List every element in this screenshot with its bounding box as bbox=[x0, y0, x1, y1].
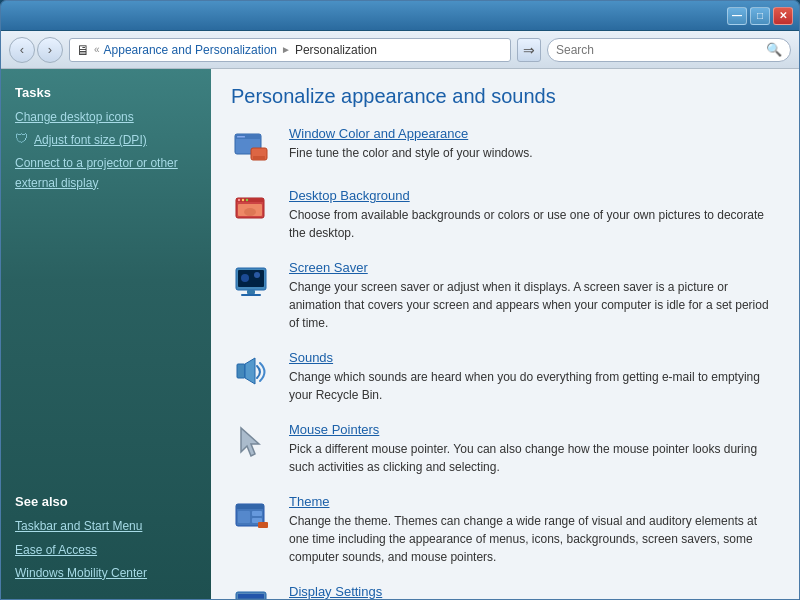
connect-projector-link[interactable]: Connect to a projector or other external… bbox=[15, 154, 197, 192]
shield-icon: 🛡 bbox=[15, 131, 28, 146]
mouse-icon-svg bbox=[233, 424, 273, 464]
window-color-desc: Fine tune the color and style of your wi… bbox=[289, 144, 532, 162]
desktop-bg-desc: Choose from available backgrounds or col… bbox=[289, 206, 779, 242]
search-input[interactable] bbox=[556, 43, 762, 57]
window-controls: — □ ✕ bbox=[727, 7, 793, 25]
svg-point-11 bbox=[244, 208, 256, 216]
svg-rect-16 bbox=[247, 290, 255, 294]
theme-icon bbox=[231, 494, 275, 538]
window-color-content: Window Color and Appearance Fine tune th… bbox=[289, 126, 532, 162]
svg-rect-17 bbox=[241, 294, 261, 296]
theme-link[interactable]: Theme bbox=[289, 494, 779, 509]
see-also-title: See also bbox=[15, 494, 197, 509]
breadcrumb-icon: 🖥 bbox=[76, 42, 90, 58]
svg-rect-22 bbox=[236, 504, 264, 509]
svg-point-14 bbox=[241, 274, 249, 282]
sounds-desc: Change which sounds are heard when you d… bbox=[289, 368, 779, 404]
window-color-icon bbox=[231, 126, 275, 170]
svg-rect-24 bbox=[252, 511, 262, 516]
breadcrumb-link-appearance[interactable]: Appearance and Personalization bbox=[104, 43, 277, 57]
svg-rect-4 bbox=[253, 156, 265, 159]
screensaver-icon bbox=[231, 260, 275, 304]
mouse-desc: Pick a different mouse pointer. You can … bbox=[289, 440, 779, 476]
breadcrumb-separator-left: « bbox=[94, 44, 100, 55]
sidebar-item-font-size[interactable]: 🛡 Adjust font size (DPI) bbox=[15, 131, 197, 150]
desktop-bg-content: Desktop Background Choose from available… bbox=[289, 188, 779, 242]
svg-rect-2 bbox=[237, 136, 245, 138]
sounds-icon bbox=[231, 350, 275, 394]
settings-item-display: Display Settings Adjust your monitor res… bbox=[231, 584, 779, 599]
sidebar-item-projector[interactable]: Connect to a projector or other external… bbox=[15, 154, 197, 192]
back-button[interactable]: ‹ bbox=[9, 37, 35, 63]
screensaver-link[interactable]: Screen Saver bbox=[289, 260, 779, 275]
windows-mobility-center-link[interactable]: Windows Mobility Center bbox=[15, 564, 197, 583]
svg-point-9 bbox=[246, 199, 248, 201]
window-color-icon-svg bbox=[233, 128, 273, 168]
sounds-icon-svg bbox=[233, 352, 273, 392]
nav-bar: ‹ › 🖥 « Appearance and Personalization ►… bbox=[1, 31, 799, 69]
search-bar: 🔍 bbox=[547, 38, 791, 62]
nav-arrows: ‹ › bbox=[9, 37, 63, 63]
display-icon bbox=[231, 584, 275, 599]
page-title: Personalize appearance and sounds bbox=[231, 85, 779, 108]
breadcrumb-bar: 🖥 « Appearance and Personalization ► Per… bbox=[69, 38, 511, 62]
mouse-link[interactable]: Mouse Pointers bbox=[289, 422, 779, 437]
breadcrumb-current: Personalization bbox=[295, 43, 377, 57]
sounds-link[interactable]: Sounds bbox=[289, 350, 779, 365]
title-bar: — □ ✕ bbox=[1, 1, 799, 31]
main-window: — □ ✕ ‹ › 🖥 « Appearance and Personaliza… bbox=[0, 0, 800, 600]
desktop-bg-icon-svg bbox=[233, 190, 273, 230]
desktop-bg-link[interactable]: Desktop Background bbox=[289, 188, 779, 203]
settings-item-desktop-bg: Desktop Background Choose from available… bbox=[231, 188, 779, 242]
settings-item-theme: Theme Change the theme. Themes can chang… bbox=[231, 494, 779, 566]
svg-rect-26 bbox=[258, 522, 268, 528]
svg-rect-18 bbox=[237, 364, 245, 378]
sounds-content: Sounds Change which sounds are heard whe… bbox=[289, 350, 779, 404]
theme-desc: Change the theme. Themes can change a wi… bbox=[289, 512, 779, 566]
minimize-button[interactable]: — bbox=[727, 7, 747, 25]
search-icon: 🔍 bbox=[766, 42, 782, 57]
svg-marker-19 bbox=[245, 358, 255, 384]
screensaver-content: Screen Saver Change your screen saver or… bbox=[289, 260, 779, 332]
svg-rect-23 bbox=[238, 511, 250, 523]
desktop-bg-icon bbox=[231, 188, 275, 232]
display-link[interactable]: Display Settings bbox=[289, 584, 779, 599]
settings-item-screensaver: Screen Saver Change your screen saver or… bbox=[231, 260, 779, 332]
forward-button[interactable]: › bbox=[37, 37, 63, 63]
main-panel: Personalize appearance and sounds Window… bbox=[211, 69, 799, 599]
svg-point-7 bbox=[238, 199, 240, 201]
settings-item-window-color: Window Color and Appearance Fine tune th… bbox=[231, 126, 779, 170]
sidebar: Tasks Change desktop icons 🛡 Adjust font… bbox=[1, 69, 211, 599]
ease-of-access-link[interactable]: Ease of Access bbox=[15, 541, 197, 560]
see-also-section: See also Taskbar and Start Menu Ease of … bbox=[15, 494, 197, 583]
svg-rect-29 bbox=[238, 594, 264, 598]
mouse-icon bbox=[231, 422, 275, 466]
settings-item-mouse: Mouse Pointers Pick a different mouse po… bbox=[231, 422, 779, 476]
screensaver-icon-svg bbox=[233, 262, 273, 302]
svg-marker-20 bbox=[241, 428, 259, 456]
theme-icon-svg bbox=[233, 496, 273, 536]
breadcrumb-arrow: ► bbox=[281, 44, 291, 55]
sidebar-item-change-icons[interactable]: Change desktop icons bbox=[15, 108, 197, 127]
close-button[interactable]: ✕ bbox=[773, 7, 793, 25]
adjust-font-size-link[interactable]: Adjust font size (DPI) bbox=[34, 131, 147, 150]
window-color-link[interactable]: Window Color and Appearance bbox=[289, 126, 532, 141]
tasks-title: Tasks bbox=[15, 85, 197, 100]
change-desktop-icons-link[interactable]: Change desktop icons bbox=[15, 108, 134, 127]
maximize-button[interactable]: □ bbox=[750, 7, 770, 25]
screensaver-desc: Change your screen saver or adjust when … bbox=[289, 278, 779, 332]
svg-point-15 bbox=[254, 272, 260, 278]
svg-point-8 bbox=[242, 199, 244, 201]
mouse-content: Mouse Pointers Pick a different mouse po… bbox=[289, 422, 779, 476]
display-icon-svg bbox=[233, 586, 273, 599]
taskbar-start-menu-link[interactable]: Taskbar and Start Menu bbox=[15, 517, 197, 536]
content-area: Tasks Change desktop icons 🛡 Adjust font… bbox=[1, 69, 799, 599]
theme-content: Theme Change the theme. Themes can chang… bbox=[289, 494, 779, 566]
go-button[interactable]: ⇒ bbox=[517, 38, 541, 62]
settings-item-sounds: Sounds Change which sounds are heard whe… bbox=[231, 350, 779, 404]
display-content: Display Settings Adjust your monitor res… bbox=[289, 584, 779, 599]
